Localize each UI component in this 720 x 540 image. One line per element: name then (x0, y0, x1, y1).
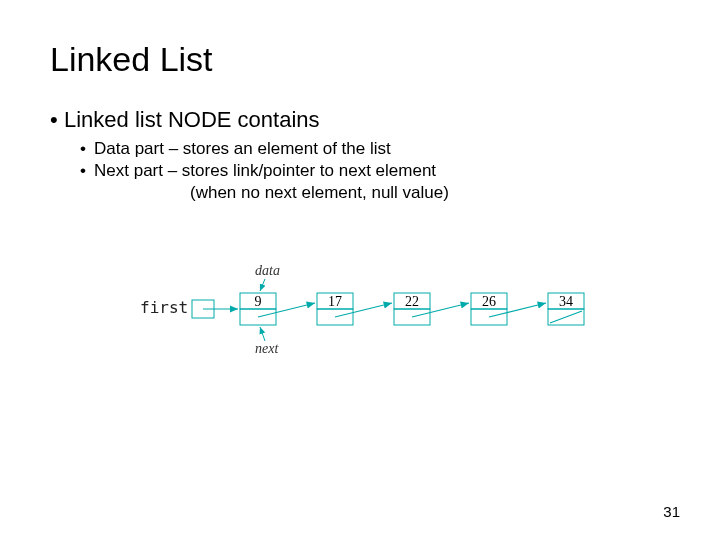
data-label: data (255, 263, 280, 278)
node-3: 26 (471, 293, 546, 325)
diagram-svg: data next first 9 17 (140, 263, 620, 358)
bullet-level2: •Next part – stores link/pointer to next… (80, 161, 670, 181)
slide: Linked List •Linked list NODE contains •… (0, 0, 720, 540)
node-value: 17 (328, 294, 342, 309)
bullet-text: Linked list NODE contains (64, 107, 320, 132)
node-value: 34 (559, 294, 573, 309)
next-label: next (255, 341, 279, 356)
node-arrow (489, 303, 546, 317)
node-2: 22 (394, 293, 469, 325)
node-arrow (412, 303, 469, 317)
node-arrow (335, 303, 392, 317)
first-label: first (140, 298, 188, 317)
bullet-dot: • (80, 161, 94, 181)
bullet-dot: • (50, 107, 64, 133)
slide-title: Linked List (50, 40, 670, 79)
node-4: 34 (548, 293, 584, 325)
linked-list-diagram: data next first 9 17 (140, 263, 670, 362)
bullet-dot: • (80, 139, 94, 159)
node-arrow (258, 303, 315, 317)
bullet-level2: •Data part – stores an element of the li… (80, 139, 670, 159)
svg-line-1 (260, 327, 265, 341)
null-slash (550, 311, 582, 323)
bullet-level1: •Linked list NODE contains (50, 107, 670, 133)
node-1: 17 (317, 293, 392, 325)
bullet-level2-continuation: (when no next element, null value) (190, 183, 670, 203)
svg-line-0 (260, 279, 265, 291)
node-0: 9 (240, 293, 315, 325)
bullet-text: Data part – stores an element of the lis… (94, 139, 391, 158)
node-value: 26 (482, 294, 496, 309)
node-value: 22 (405, 294, 419, 309)
node-value: 9 (255, 294, 262, 309)
bullet-text: Next part – stores link/pointer to next … (94, 161, 436, 180)
page-number: 31 (663, 503, 680, 520)
